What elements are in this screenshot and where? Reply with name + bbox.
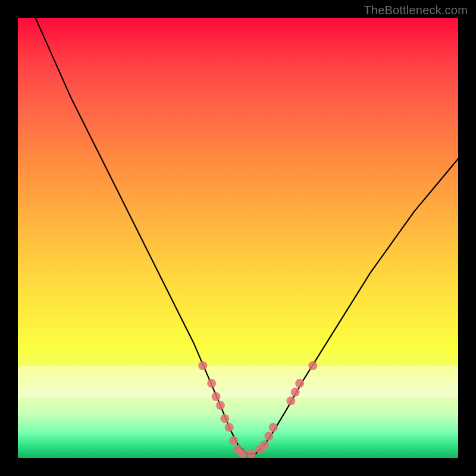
curve-marker bbox=[216, 401, 225, 410]
plot-area bbox=[18, 18, 458, 458]
curve-marker bbox=[238, 449, 247, 458]
curve-marker bbox=[295, 379, 304, 388]
curve-marker bbox=[269, 423, 278, 432]
curve-marker bbox=[247, 449, 256, 458]
curve-marker bbox=[198, 361, 207, 370]
curve-marker bbox=[286, 396, 295, 405]
bottleneck-curve bbox=[36, 18, 458, 454]
curve-marker bbox=[212, 392, 221, 401]
marker-group bbox=[198, 361, 317, 458]
curve-marker bbox=[229, 436, 238, 445]
watermark-text: TheBottleneck.com bbox=[364, 4, 468, 17]
curve-marker bbox=[308, 361, 317, 370]
chart-svg bbox=[18, 18, 458, 458]
chart-frame: TheBottleneck.com bbox=[0, 0, 476, 476]
curve-marker bbox=[207, 379, 216, 388]
curve-marker bbox=[291, 388, 300, 397]
curve-marker bbox=[225, 423, 234, 432]
curve-marker bbox=[264, 432, 273, 441]
curve-marker bbox=[220, 414, 229, 423]
curve-marker bbox=[260, 440, 269, 449]
